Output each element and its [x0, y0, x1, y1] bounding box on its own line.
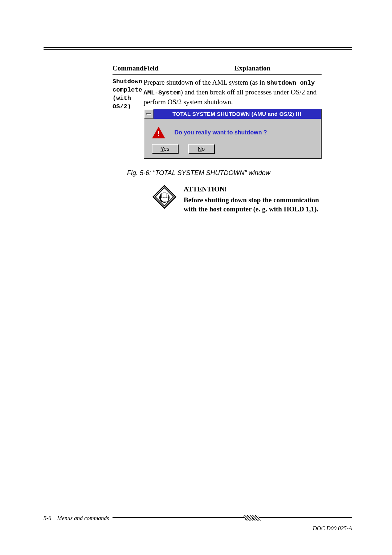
top-rule-outer [44, 47, 352, 48]
footer-page-number: 5-6 [44, 515, 51, 521]
svg-rect-3 [162, 193, 163, 198]
th-field: Field [144, 64, 184, 75]
th-explanation: Explanation [184, 64, 322, 75]
footer-docid: DOC D00 025-A [44, 525, 352, 532]
table-row: Shutdown complete (with OS/2) Prepare sh… [113, 75, 322, 159]
footer-section: Menus and commands [57, 515, 109, 521]
dialog-titlebar: TOTAL SYSTEM SHUTDOWN (AMU and OS/2) !!! [144, 109, 321, 119]
cmd-line1: Shutdown [113, 78, 144, 86]
attention-hand-icon [152, 185, 176, 209]
attention-heading: ATTENTION! [184, 185, 319, 194]
th-command: Command [113, 64, 144, 75]
system-menu-icon[interactable] [144, 109, 154, 119]
page-footer: 5-6 Menus and commands DOC D00 025-A [44, 514, 352, 532]
attention-block: ATTENTION! Before shutting down stop the… [152, 185, 319, 214]
explain-pre: Prepare shutdown of the AML system (as i… [144, 78, 267, 86]
top-rule-inner [44, 49, 352, 50]
svg-rect-5 [165, 193, 167, 198]
attention-body: Before shutting down stop the communicat… [184, 196, 319, 214]
dialog-title: TOTAL SYSTEM SHUTDOWN (AMU and OS/2) !!! [154, 109, 321, 119]
svg-rect-6 [167, 194, 168, 198]
footer-divider-graphic [113, 516, 352, 521]
cmd-line3: (with OS/2) [113, 94, 144, 111]
figure-caption: Fig. 5-6: "TOTAL SYSTEM SHUTDOWN" window [127, 169, 319, 177]
shutdown-dialog: TOTAL SYSTEM SHUTDOWN (AMU and OS/2) !!!… [144, 109, 322, 159]
svg-rect-4 [163, 193, 165, 198]
dialog-question: Do you really want to shutdown ? [175, 129, 267, 136]
warning-icon [152, 127, 165, 138]
no-button[interactable]: No [188, 144, 215, 153]
command-table: Command Field Explanation Shutdown compl… [113, 64, 322, 159]
yes-button[interactable]: Yes [152, 144, 178, 153]
cmd-line2: complete [113, 86, 144, 94]
